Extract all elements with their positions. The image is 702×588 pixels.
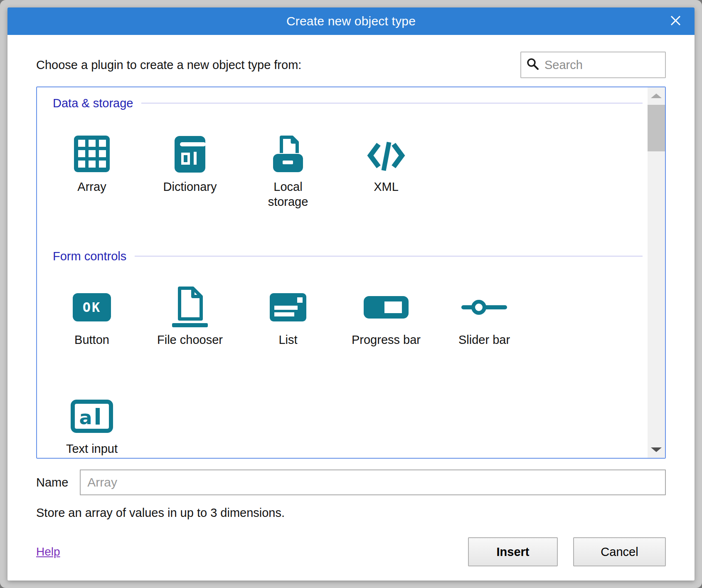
dialog-titlebar: Create new object type xyxy=(7,7,695,35)
plugin-label: Dictionary xyxy=(163,179,217,194)
plugin-list: Data & storage Array Dictionary Local st… xyxy=(36,86,666,459)
button-ok-icon: OK xyxy=(73,288,111,326)
section-label: Form controls xyxy=(53,250,126,263)
plugin-label: Button xyxy=(74,332,109,347)
help-link[interactable]: Help xyxy=(36,545,60,558)
dictionary-book-icon xyxy=(174,135,206,173)
local-storage-drive-icon xyxy=(271,135,305,173)
plugin-item-local-storage[interactable]: Local storage xyxy=(252,111,324,209)
choose-plugin-prompt: Choose a plugin to create a new object t… xyxy=(36,58,301,72)
name-label: Name xyxy=(36,476,68,489)
scroll-down-icon xyxy=(651,447,662,452)
plugin-item-array[interactable]: Array xyxy=(74,111,110,209)
plugin-label: Progress bar xyxy=(352,332,421,347)
section-header-form-controls: Form controls xyxy=(53,248,647,264)
dialog-title: Create new object type xyxy=(286,14,416,28)
scrollbar-thumb[interactable] xyxy=(648,105,665,151)
plugin-label: File chooser xyxy=(157,332,223,347)
plugin-item-button[interactable]: OK Button xyxy=(73,264,111,347)
close-icon xyxy=(670,15,681,28)
text-input-icon: a xyxy=(71,397,113,435)
cancel-button[interactable]: Cancel xyxy=(573,537,666,566)
plugin-section: Form controls OK Button File chooser Lis… xyxy=(43,248,647,456)
section-grid: OK Button File chooser List Progress bar… xyxy=(43,264,647,456)
plugin-section: Data & storage Array Dictionary Local st… xyxy=(43,95,647,209)
plugin-item-progress-bar[interactable]: Progress bar xyxy=(352,264,421,347)
plugin-label: Text input xyxy=(66,441,118,456)
plugin-list-content: Data & storage Array Dictionary Local st… xyxy=(37,87,647,458)
plugin-item-file-chooser[interactable]: File chooser xyxy=(157,264,223,347)
section-header-data-storage: Data & storage xyxy=(53,95,647,111)
insert-button[interactable]: Insert xyxy=(468,537,558,566)
plugin-item-xml[interactable]: XML xyxy=(365,111,407,209)
dialog-footer: Help Insert Cancel xyxy=(36,537,666,566)
close-button[interactable] xyxy=(665,7,685,35)
section-label: Data & storage xyxy=(53,96,133,110)
name-row: Name xyxy=(36,469,666,495)
screen-background: Create new object type Choose a plugin t… xyxy=(0,0,702,588)
prompt-row: Choose a plugin to create a new object t… xyxy=(36,52,666,78)
scroll-down-button[interactable] xyxy=(648,441,665,458)
plugin-label: Slider bar xyxy=(458,332,510,347)
search-box[interactable] xyxy=(520,52,666,78)
array-grid-icon xyxy=(74,135,110,173)
slider-bar-icon xyxy=(461,288,507,326)
create-object-dialog: Create new object type Choose a plugin t… xyxy=(7,7,695,581)
plugin-item-slider-bar[interactable]: Slider bar xyxy=(458,264,510,347)
plugin-item-text-input[interactable]: a Text input xyxy=(66,373,118,456)
file-chooser-icon xyxy=(170,288,209,326)
list-box-icon xyxy=(270,288,306,326)
plugin-label: Array xyxy=(77,179,106,194)
plugin-label: XML xyxy=(374,179,399,194)
section-rule xyxy=(135,256,643,257)
scroll-up-button[interactable] xyxy=(648,87,665,104)
section-grid: Array Dictionary Local storage XML xyxy=(43,111,647,209)
search-icon xyxy=(526,57,539,72)
scroll-up-icon xyxy=(651,94,662,98)
plugin-item-dictionary[interactable]: Dictionary xyxy=(163,111,217,209)
search-input[interactable] xyxy=(544,58,660,72)
svg-text:OK: OK xyxy=(83,299,101,315)
progress-bar-icon xyxy=(364,288,409,326)
plugin-description: Store an array of values in up to 3 dime… xyxy=(36,506,666,520)
scrollbar-track[interactable] xyxy=(648,87,665,458)
svg-text:a: a xyxy=(79,406,92,429)
section-rule xyxy=(141,103,643,104)
plugin-label: List xyxy=(278,332,297,347)
plugin-item-list[interactable]: List xyxy=(270,264,306,347)
name-input[interactable] xyxy=(80,469,666,495)
xml-code-icon xyxy=(365,135,407,173)
plugin-label: Local storage xyxy=(252,179,324,209)
